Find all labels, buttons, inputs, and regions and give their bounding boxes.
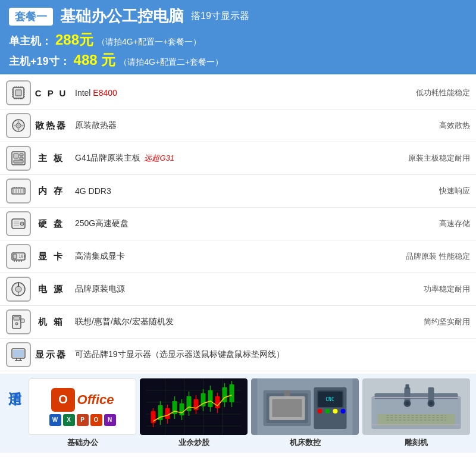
spec-value-1: 原装散热器 bbox=[71, 120, 405, 131]
spec-name-2: 主 板 bbox=[31, 153, 71, 164]
svg-rect-86 bbox=[180, 403, 184, 415]
use-case-img-engrave bbox=[362, 378, 470, 435]
main-title: 基础办公工控电脑 bbox=[60, 6, 184, 27]
use-case-label-office: 基础办公 bbox=[67, 437, 98, 448]
spec-feature-6: 功率稳定耐用 bbox=[405, 284, 470, 295]
svg-point-119 bbox=[333, 409, 338, 414]
svg-point-140 bbox=[430, 402, 433, 405]
svg-rect-25 bbox=[14, 154, 18, 158]
svg-rect-30 bbox=[13, 189, 14, 193]
use-case-label-cnc: 机床数控 bbox=[290, 437, 321, 448]
spec-name-7: 机 箱 bbox=[31, 317, 71, 328]
office-app-o: O bbox=[90, 414, 102, 426]
svg-text:100: 100 bbox=[18, 254, 26, 259]
motherboard-icon bbox=[6, 146, 31, 171]
spec-value-7: 联想/惠普/戴尔/宏基随机发 bbox=[71, 317, 405, 327]
price1-label: 单主机： bbox=[9, 34, 52, 48]
spec-row-2: 主 板G41品牌原装主板远超G31原装主板稳定耐用 bbox=[0, 142, 476, 175]
cooler-icon bbox=[6, 113, 31, 138]
use-case-label-engrave: 雕刻机 bbox=[405, 437, 428, 448]
spec-name-0: C P U bbox=[31, 88, 71, 98]
spec-feature-7: 简约坚实耐用 bbox=[405, 317, 470, 327]
spec-row-0: C P UIntel E8400低功耗性能稳定 bbox=[0, 77, 476, 109]
specs-section: C P UIntel E8400低功耗性能稳定 散热器原装散热器高效散热 主 板… bbox=[0, 74, 476, 374]
bottom-section: 适用 O OfficeWXPON基础办公 bbox=[0, 374, 476, 453]
office-app-w: W bbox=[49, 414, 61, 426]
svg-rect-98 bbox=[208, 390, 213, 407]
spec-row-8: 显示器可选品牌19寸显示器（选显示器送鼠标键盘鼠标垫网线） bbox=[0, 339, 476, 371]
svg-point-118 bbox=[325, 409, 330, 414]
price1-note: （请拍4G+配置一+套餐一） bbox=[97, 37, 201, 48]
spec-value-6: 品牌原装电源 bbox=[71, 284, 405, 295]
price2-label: 主机+19寸： bbox=[9, 54, 70, 68]
package-badge: 套餐一 bbox=[9, 8, 53, 26]
spec-row-4: 硬 盘250G高速硬盘高速存储 bbox=[0, 208, 476, 240]
svg-rect-33 bbox=[20, 189, 21, 193]
svg-text:CNC: CNC bbox=[325, 397, 334, 402]
svg-rect-55 bbox=[14, 317, 20, 320]
svg-rect-129 bbox=[406, 384, 409, 389]
svg-rect-27 bbox=[20, 157, 23, 159]
svg-rect-57 bbox=[21, 319, 24, 322]
spec-value-4: 250G高速硬盘 bbox=[71, 218, 405, 229]
applicable-label: 适用 bbox=[6, 378, 24, 386]
use-case-img-stock bbox=[140, 378, 248, 435]
spec-feature-1: 高效散热 bbox=[405, 120, 470, 131]
svg-rect-26 bbox=[20, 154, 23, 156]
gpu-icon: 100 bbox=[6, 244, 31, 269]
office-app-p: P bbox=[77, 414, 89, 426]
spec-row-7: 机 箱联想/惠普/戴尔/宏基随机发简约坚实耐用 bbox=[0, 306, 476, 339]
spec-feature-3: 快速响应 bbox=[405, 186, 470, 196]
spec-name-6: 电 源 bbox=[31, 284, 71, 295]
case-icon bbox=[6, 309, 31, 334]
price-section: 单主机： 288元 （请拍4G+配置一+套餐一） 主机+19寸： 488 元 （… bbox=[9, 30, 467, 70]
header-section: 套餐一 基础办公工控电脑 搭19寸显示器 单主机： 288元 （请拍4G+配置一… bbox=[0, 0, 476, 74]
header-title-row: 套餐一 基础办公工控电脑 搭19寸显示器 bbox=[9, 6, 467, 27]
spec-name-5: 显 卡 bbox=[31, 251, 71, 262]
svg-rect-124 bbox=[284, 390, 290, 396]
use-case-engrave: 雕刻机 bbox=[362, 378, 470, 448]
hdd-icon bbox=[6, 211, 31, 236]
spec-row-5: 100 显 卡高清集成显卡品牌原装 性能稳定 bbox=[0, 240, 476, 273]
spec-value-0: Intel E8400 bbox=[71, 88, 405, 98]
monitor-icon bbox=[6, 342, 31, 367]
price-line-1: 单主机： 288元 （请拍4G+配置一+套餐一） bbox=[9, 30, 467, 49]
ram-icon bbox=[6, 178, 31, 203]
use-case-office: O OfficeWXPON基础办公 bbox=[29, 378, 136, 448]
use-case-label-stock: 业余炒股 bbox=[178, 437, 209, 448]
price1-value: 288元 bbox=[55, 30, 93, 49]
spec-value-5: 高清集成显卡 bbox=[71, 251, 405, 262]
svg-rect-31 bbox=[15, 189, 17, 193]
svg-rect-107 bbox=[230, 384, 234, 402]
svg-rect-28 bbox=[14, 160, 23, 163]
svg-point-53 bbox=[15, 286, 21, 292]
office-icon: O bbox=[51, 388, 75, 412]
svg-rect-101 bbox=[215, 396, 220, 408]
use-case-img-office: O OfficeWXPON bbox=[29, 378, 136, 435]
svg-rect-80 bbox=[165, 408, 170, 419]
svg-point-120 bbox=[341, 409, 346, 414]
spec-value-8: 可选品牌19寸显示器（选显示器送鼠标键盘鼠标垫网线） bbox=[71, 349, 470, 360]
sub-title: 搭19寸显示器 bbox=[191, 10, 249, 23]
svg-rect-32 bbox=[18, 189, 19, 193]
svg-rect-1 bbox=[15, 90, 21, 96]
price2-note: （请拍4G+配置二+套餐一） bbox=[119, 57, 223, 68]
spec-row-1: 散热器原装散热器高效散热 bbox=[0, 109, 476, 142]
spec-name-4: 硬 盘 bbox=[31, 218, 71, 230]
svg-rect-127 bbox=[375, 393, 458, 399]
spec-row-6: 电 源品牌原装电源功率稳定耐用 bbox=[0, 273, 476, 306]
spec-feature-4: 高速存储 bbox=[405, 218, 470, 229]
office-app-n: N bbox=[104, 414, 116, 426]
psu-icon bbox=[6, 277, 31, 302]
spec-row-3: 内 存4G DDR3快速响应 bbox=[0, 175, 476, 208]
use-case-stock: 业余炒股 bbox=[140, 378, 248, 448]
svg-text:O: O bbox=[58, 393, 68, 406]
spec-feature-2: 原装主板稳定耐用 bbox=[405, 153, 470, 164]
spec-feature-0: 低功耗性能稳定 bbox=[405, 87, 470, 98]
spec-value-2: G41品牌原装主板远超G31 bbox=[71, 153, 405, 164]
cpu-icon bbox=[6, 80, 31, 105]
svg-point-117 bbox=[318, 409, 322, 414]
spec-name-1: 散热器 bbox=[31, 120, 71, 131]
price2-value: 488 元 bbox=[74, 51, 116, 70]
spec-value-3: 4G DDR3 bbox=[71, 186, 405, 196]
